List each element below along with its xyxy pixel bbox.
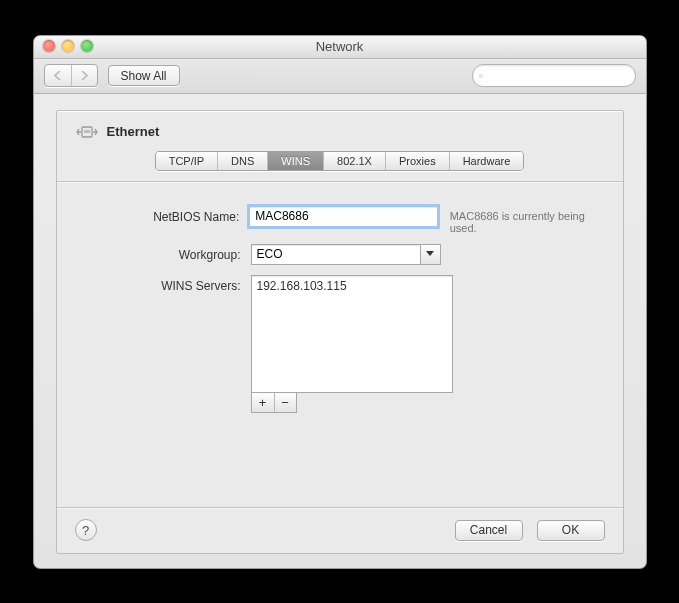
toolbar: Show All <box>34 59 646 94</box>
chevron-left-icon <box>54 71 62 80</box>
tab-bar: TCP/IP DNS WINS 802.1X Proxies Hardware <box>57 151 623 171</box>
tab-8021x[interactable]: 802.1X <box>323 152 385 170</box>
titlebar: Network <box>34 36 646 59</box>
tab-hardware[interactable]: Hardware <box>449 152 524 170</box>
zoom-icon[interactable] <box>81 40 93 52</box>
tab-dns[interactable]: DNS <box>217 152 267 170</box>
netbios-hint: MAC8686 is currently being used. <box>438 206 599 234</box>
show-all-button[interactable]: Show All <box>108 65 180 86</box>
add-wins-button[interactable]: + <box>252 393 274 412</box>
cancel-button[interactable]: Cancel <box>455 520 523 541</box>
search-field[interactable] <box>472 64 636 87</box>
netbios-input[interactable] <box>249 206 437 227</box>
workgroup-label: Workgroup: <box>81 244 251 262</box>
wins-form: NetBIOS Name: MAC8686 is currently being… <box>57 182 623 497</box>
remove-wins-button[interactable]: − <box>274 393 296 412</box>
network-prefs-window: Network Show All Location: Status: Conne… <box>33 35 647 569</box>
forward-button[interactable] <box>71 65 97 86</box>
ok-button[interactable]: OK <box>537 520 605 541</box>
wins-servers-list[interactable]: 192.168.103.115 <box>251 275 453 393</box>
workgroup-dropdown-button[interactable] <box>420 244 441 265</box>
advanced-sheet: Ethernet TCP/IP DNS WINS 802.1X Proxies … <box>56 110 624 554</box>
close-icon[interactable] <box>43 40 55 52</box>
chevron-down-icon <box>426 251 434 257</box>
ethernet-icon <box>75 123 99 141</box>
search-icon <box>479 70 483 82</box>
back-button[interactable] <box>45 65 71 86</box>
workgroup-input[interactable] <box>251 244 420 265</box>
sheet-header: Ethernet <box>57 111 623 147</box>
chevron-right-icon <box>80 71 88 80</box>
tab-tcpip[interactable]: TCP/IP <box>156 152 217 170</box>
help-button[interactable]: ? <box>75 519 97 541</box>
sheet-footer: ? Cancel OK <box>57 508 623 553</box>
netbios-label: NetBIOS Name: <box>81 206 250 224</box>
interface-name: Ethernet <box>107 124 160 139</box>
minimize-icon[interactable] <box>62 40 74 52</box>
add-remove-segment: + − <box>251 392 297 413</box>
workgroup-combo[interactable] <box>251 244 441 265</box>
search-input[interactable] <box>487 69 629 83</box>
tab-proxies[interactable]: Proxies <box>385 152 449 170</box>
window-controls <box>43 40 93 52</box>
svg-point-0 <box>479 74 481 76</box>
wins-label: WINS Servers: <box>81 275 251 293</box>
tab-wins[interactable]: WINS <box>267 152 323 170</box>
wins-server-item[interactable]: 192.168.103.115 <box>257 279 447 293</box>
nav-segment <box>44 64 98 87</box>
svg-line-1 <box>481 76 482 77</box>
window-title: Network <box>316 39 364 54</box>
